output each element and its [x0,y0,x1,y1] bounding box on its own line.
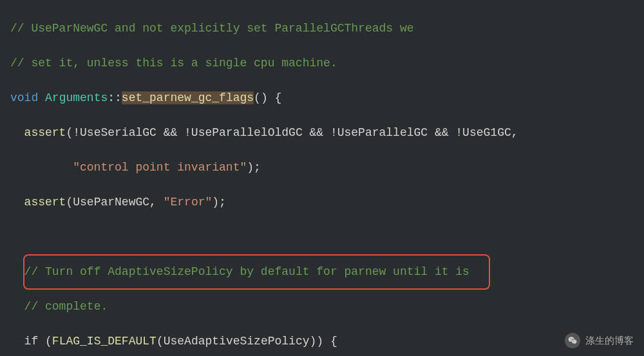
comment-line: // complete. [24,300,108,313]
paren-brace: () { [254,91,281,104]
identifier: UseAdaptiveSizePolicy [164,335,310,348]
identifier: UseParNewGC [73,196,149,209]
if-keyword: if [24,335,39,348]
wechat-icon [565,333,580,348]
macro-call: FLAG_IS_DEFAULT [52,335,156,348]
comma: , [149,196,164,209]
open-paren: ( [66,196,73,209]
comment-line: // set it, unless this is a single cpu m… [10,57,337,70]
comment-line: // Turn off AdaptiveSizePolicy by defaul… [24,265,469,278]
close: ); [247,161,261,174]
assert-call: assert [24,126,66,139]
scope-op: :: [108,91,122,104]
class-name: Arguments [45,91,108,104]
close: )) { [310,335,337,348]
keyword-void: void [10,91,38,104]
close: ); [212,196,226,209]
paren: ( [45,335,52,348]
comment-line: // UseParNewGC and not explicitly set Pa… [10,22,414,35]
assert-call: assert [24,196,66,209]
watermark: 涤生的博客 [565,333,634,348]
string-literal: "Error" [164,196,213,209]
assert-expr: (!UseSerialGC && !UseParallelOldGC && !U… [66,126,518,139]
code-editor[interactable]: // UseParNewGC and not explicitly set Pa… [0,3,644,356]
string-literal: "control point invariant" [73,161,247,174]
method-name-highlighted: set_parnew_gc_flags [122,91,254,104]
watermark-text: 涤生的博客 [585,333,634,348]
paren: ( [156,335,164,348]
